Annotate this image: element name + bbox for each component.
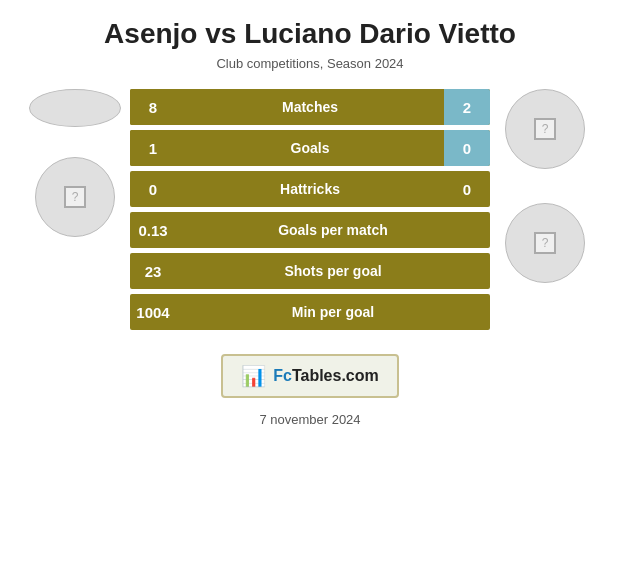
stat-label: Shots per goal xyxy=(176,263,490,279)
logo-text: FcTables.com xyxy=(273,367,379,385)
stat-row: 0 Hattricks 0 xyxy=(130,171,490,207)
question-icon-right-top: ? xyxy=(534,118,556,140)
logo-chart-icon: 📊 xyxy=(241,364,266,388)
avatar-left-bottom: ? xyxy=(35,157,115,237)
date-text: 7 november 2024 xyxy=(259,412,360,427)
logo-area: 📊 FcTables.com 7 november 2024 xyxy=(221,354,399,427)
stat-label: Matches xyxy=(176,99,444,115)
question-icon-right-bot: ? xyxy=(534,232,556,254)
stat-row: 0.13 Goals per match xyxy=(130,212,490,248)
stat-right-val: 0 xyxy=(444,181,490,198)
stat-row: 1 Goals 0 xyxy=(130,130,490,166)
avatar-right-top: ? xyxy=(505,89,585,169)
main-title: Asenjo vs Luciano Dario Vietto xyxy=(104,18,516,50)
stat-row: 1004 Min per goal xyxy=(130,294,490,330)
stat-right-val: 2 xyxy=(444,89,490,125)
stat-label: Goals xyxy=(176,140,444,156)
stat-left-val: 0.13 xyxy=(130,222,176,239)
stat-right-val: 0 xyxy=(444,130,490,166)
stat-label: Goals per match xyxy=(176,222,490,238)
avatar-right-bottom: ? xyxy=(505,203,585,283)
right-avatars: ? ? xyxy=(490,89,600,283)
stat-left-val: 0 xyxy=(130,181,176,198)
stat-left-val: 23 xyxy=(130,263,176,280)
stat-left-val: 1004 xyxy=(130,304,176,321)
stat-row: 23 Shots per goal xyxy=(130,253,490,289)
left-avatars: ? xyxy=(20,89,130,237)
stat-left-val: 1 xyxy=(130,130,176,166)
stat-label: Hattricks xyxy=(176,181,444,197)
stat-left-val: 8 xyxy=(130,89,176,125)
question-icon-left: ? xyxy=(64,186,86,208)
stats-table: 8 Matches 2 1 Goals 0 0 Hattricks 0 0.13… xyxy=(130,89,490,330)
logo-badge: 📊 FcTables.com xyxy=(221,354,399,398)
stat-label: Min per goal xyxy=(176,304,490,320)
subtitle: Club competitions, Season 2024 xyxy=(216,56,403,71)
content-area: ? 8 Matches 2 1 Goals 0 0 Hattricks 0 0.… xyxy=(20,89,600,330)
avatar-left-top xyxy=(29,89,121,127)
page-wrapper: Asenjo vs Luciano Dario Vietto Club comp… xyxy=(0,0,620,580)
stat-row: 8 Matches 2 xyxy=(130,89,490,125)
